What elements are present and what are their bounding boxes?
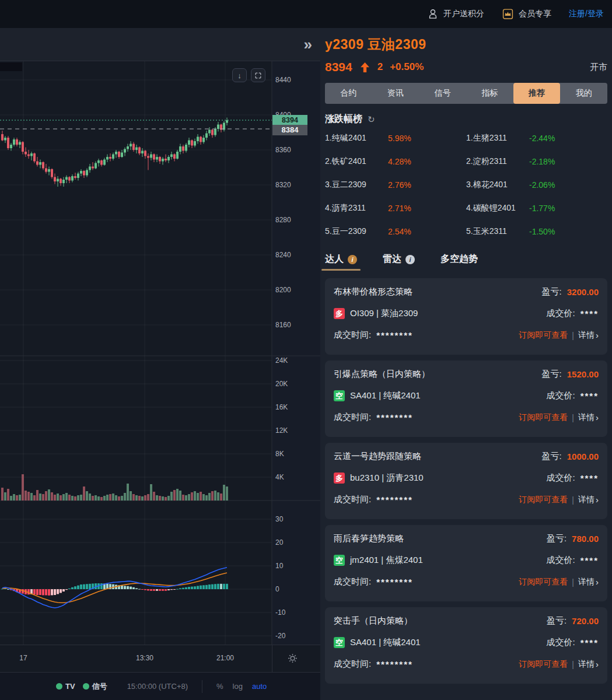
svg-text:30: 30 bbox=[275, 515, 284, 523]
pnl-value: 1520.00 bbox=[567, 369, 599, 379]
deal-price-masked: **** bbox=[580, 473, 599, 483]
contract-label: jm2401 | 焦煤2401 bbox=[350, 555, 423, 566]
svg-text:8360: 8360 bbox=[275, 146, 291, 154]
subscribe-link[interactable]: 订阅即可查看 bbox=[519, 330, 568, 341]
info-icon[interactable]: i bbox=[348, 255, 357, 264]
detail-link[interactable]: 详情 bbox=[578, 577, 594, 587]
reset-view-button[interactable] bbox=[251, 68, 265, 82]
contract-name: 5.玉米2311 bbox=[466, 226, 523, 237]
strategy-card[interactable]: 突击手（日内策略）盈亏:720.00空SA401 | 纯碱2401成交价:***… bbox=[325, 607, 607, 684]
auto-scale-button[interactable]: auto bbox=[252, 682, 267, 691]
price-chart[interactable]: 8440840083608320828082408200816024K20K16… bbox=[0, 61, 320, 645]
axis-divider bbox=[272, 645, 272, 673]
contract-name: 3.豆二2309 bbox=[325, 180, 382, 190]
ranking-row: 5.豆一23092.54%5.玉米2311-1.50% bbox=[325, 220, 607, 243]
pnl-label: 盈亏: bbox=[542, 451, 562, 462]
svg-text:-20: -20 bbox=[275, 632, 286, 640]
ranking-item[interactable]: 1.生猪2311-2.44% bbox=[466, 133, 607, 144]
detail-link[interactable]: 详情 bbox=[578, 330, 594, 341]
deal-time-label: 成交时间: bbox=[334, 576, 371, 587]
subtab-多空趋势[interactable]: 多空趋势 bbox=[440, 253, 478, 271]
change-percent: 2.71% bbox=[388, 204, 411, 213]
svg-text:4K: 4K bbox=[275, 473, 284, 481]
svg-text:-10: -10 bbox=[275, 608, 286, 617]
contract-name: 5.豆一2309 bbox=[325, 226, 382, 237]
detail-link[interactable]: 详情 bbox=[578, 659, 594, 670]
subtab-label: 多空趋势 bbox=[440, 253, 478, 265]
ranking-item[interactable]: 4.碳酸锂2401-1.77% bbox=[466, 203, 607, 214]
tab-资讯[interactable]: 资讯 bbox=[372, 83, 419, 104]
ranking-item[interactable]: 1.纯碱24015.98% bbox=[325, 133, 466, 144]
deal-price-label: 成交价: bbox=[546, 637, 575, 648]
info-icon[interactable]: i bbox=[405, 255, 415, 264]
chevron-right-icon: › bbox=[596, 495, 599, 505]
subtab-label: 达人 bbox=[325, 253, 344, 265]
tab-推荐[interactable]: 推荐 bbox=[513, 83, 561, 104]
change-percent: 2.76% bbox=[388, 180, 411, 190]
strategy-card[interactable]: 引爆点策略（日内策略）盈亏:1520.00空SA401 | 纯碱2401成交价:… bbox=[325, 360, 607, 437]
svg-text:24K: 24K bbox=[275, 356, 288, 365]
tab-信号[interactable]: 信号 bbox=[419, 83, 466, 104]
strategy-cards: 布林带价格形态策略盈亏:3200.00多OI309 | 菜油2309成交价:**… bbox=[325, 278, 607, 684]
subtab-雷达[interactable]: 雷达i bbox=[383, 253, 415, 271]
pnl-label: 盈亏: bbox=[542, 369, 562, 380]
detail-link[interactable]: 详情 bbox=[578, 412, 594, 423]
detail-link[interactable]: 详情 bbox=[578, 495, 594, 505]
panel-tabbar: 合约资讯信号指标推荐我的 bbox=[325, 83, 607, 104]
subtab-达人[interactable]: 达人i bbox=[325, 253, 357, 271]
percent-scale-button[interactable]: % bbox=[216, 682, 223, 691]
signal-legend-toggle[interactable]: 信号 bbox=[83, 681, 107, 692]
change-percent: 5.98% bbox=[388, 134, 411, 143]
deal-price-label: 成交价: bbox=[546, 390, 575, 401]
chart-footer: TV 信号 15:00:00 (UTC+8) % log auto bbox=[0, 672, 320, 700]
contract-name: 4.碳酸锂2401 bbox=[466, 203, 523, 214]
tab-我的[interactable]: 我的 bbox=[560, 83, 607, 104]
subscribe-link[interactable]: 订阅即可查看 bbox=[519, 412, 568, 423]
subtab-label: 雷达 bbox=[383, 253, 401, 265]
scroll-to-recent-button[interactable]: ↓ bbox=[232, 68, 247, 82]
ranking-item[interactable]: 3.豆二23092.76% bbox=[325, 180, 466, 190]
ranking-item[interactable]: 5.豆一23092.54% bbox=[325, 226, 466, 237]
vip-link[interactable]: 会员专享 bbox=[502, 8, 551, 20]
login-link[interactable]: 注册/登录 bbox=[569, 9, 604, 19]
panel-collapse-icon[interactable]: » bbox=[300, 36, 316, 53]
contract-name: 2.铁矿2401 bbox=[325, 156, 382, 167]
chart-toolbar: » bbox=[0, 28, 320, 61]
chart-settings-gear-icon[interactable] bbox=[287, 653, 298, 666]
strategy-subtabs: 达人i雷达i多空趋势 bbox=[325, 253, 607, 271]
strategy-card[interactable]: 云道一号趋势跟随策略盈亏:1000.00多bu2310 | 沥青2310成交价:… bbox=[325, 443, 607, 519]
subscribe-link[interactable]: 订阅即可查看 bbox=[519, 495, 568, 505]
svg-text:12K: 12K bbox=[275, 426, 288, 435]
chevron-right-icon: › bbox=[596, 577, 599, 587]
strategy-card[interactable]: 雨后春笋趋势策略盈亏:780.00空jm2401 | 焦煤2401成交价:***… bbox=[325, 525, 607, 601]
tab-合约[interactable]: 合约 bbox=[325, 83, 372, 104]
time-axis[interactable]: 1713:3021:00 bbox=[0, 645, 320, 672]
strategy-card[interactable]: 布林带价格形态策略盈亏:3200.00多OI309 | 菜油2309成交价:**… bbox=[325, 278, 607, 355]
change-percent: -1.77% bbox=[529, 204, 555, 213]
contract-name: 1.纯碱2401 bbox=[325, 133, 382, 144]
ranking-item[interactable]: 5.玉米2311-1.50% bbox=[466, 226, 607, 237]
pnl-value: 1000.00 bbox=[567, 452, 599, 461]
subscribe-link[interactable]: 订阅即可查看 bbox=[519, 577, 568, 587]
contract-label: SA401 | 纯碱2401 bbox=[350, 390, 421, 401]
ranking-item[interactable]: 2.淀粉2311-2.18% bbox=[466, 156, 607, 167]
refresh-icon[interactable]: ↻ bbox=[368, 114, 375, 125]
open-account-link[interactable]: 开户送积分 bbox=[427, 8, 484, 20]
deal-time-masked: ******** bbox=[376, 495, 413, 505]
time-tick: 17 bbox=[19, 654, 27, 662]
ranking-item[interactable]: 3.棉花2401-2.06% bbox=[466, 180, 607, 190]
clock-label[interactable]: 15:00:00 (UTC+8) bbox=[127, 682, 188, 691]
log-scale-button[interactable]: log bbox=[233, 682, 243, 691]
candlestick-chart[interactable]: 8440840083608320828082408200816024K20K16… bbox=[0, 61, 320, 645]
time-tick: 13:30 bbox=[136, 654, 153, 662]
tv-legend-toggle[interactable]: TV bbox=[56, 682, 75, 691]
subscribe-link[interactable]: 订阅即可查看 bbox=[519, 659, 568, 670]
svg-text:8K: 8K bbox=[275, 450, 284, 458]
contract-name: 1.生猪2311 bbox=[466, 133, 523, 144]
tab-指标[interactable]: 指标 bbox=[466, 83, 513, 104]
deal-price-label: 成交价: bbox=[546, 308, 575, 319]
link-divider: | bbox=[572, 660, 574, 669]
ranking-item[interactable]: 2.铁矿24014.28% bbox=[325, 156, 466, 167]
deal-time-label: 成交时间: bbox=[334, 659, 371, 670]
ranking-item[interactable]: 4.沥青23112.71% bbox=[325, 203, 466, 214]
